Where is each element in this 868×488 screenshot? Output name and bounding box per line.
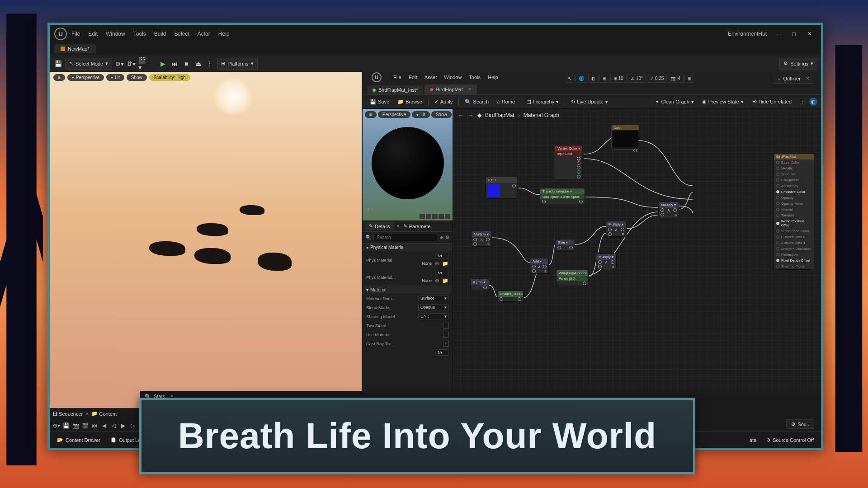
material-instance-tab[interactable]: BirdFlapMat_Inst* bbox=[367, 85, 423, 94]
surface-snap[interactable]: ◐ bbox=[588, 74, 599, 83]
scale-snap[interactable]: ⤢0.25 bbox=[647, 74, 667, 83]
material-tab[interactable]: BirdFlapMat × bbox=[425, 84, 476, 94]
nav-back-icon[interactable]: ← bbox=[458, 112, 464, 119]
parameters-tab[interactable]: ✎Paramete.. bbox=[400, 222, 437, 230]
breadcrumb-asset[interactable]: BirdFlapMat bbox=[485, 112, 514, 118]
material-preview-viewport[interactable]: ≡ Perspective ▾Lit Show ZY X bbox=[363, 109, 453, 221]
angle-snap[interactable]: ∠10° bbox=[627, 74, 646, 83]
play-options-icon[interactable]: ⋮ bbox=[205, 59, 214, 68]
close-icon[interactable]: × bbox=[468, 86, 472, 93]
physmask-type-dropdown[interactable]: N▾ bbox=[435, 270, 449, 276]
seq-step-fwd-icon[interactable]: ▷ bbox=[128, 422, 137, 430]
seq-play-back-icon[interactable]: ◁ bbox=[109, 422, 118, 430]
seq-add-icon[interactable]: ⊕▾ bbox=[52, 422, 61, 430]
content-drawer-button[interactable]: 📂Content Drawer bbox=[53, 436, 104, 444]
multiply-node[interactable]: Multiply ▾ A B bbox=[596, 253, 617, 269]
seq-step-back-icon[interactable]: ◀ bbox=[100, 422, 108, 430]
seq-save-icon[interactable]: 💾 bbox=[62, 422, 70, 430]
browse-asset-icon[interactable]: 📁 bbox=[442, 277, 449, 284]
viewport-hamburger[interactable]: ≡ bbox=[53, 74, 65, 81]
settings-dropdown[interactable]: ⚙ Settings ▾ bbox=[779, 58, 817, 70]
divider-param-node[interactable]: Divider_10000 ▾ bbox=[497, 291, 524, 302]
blend-mode-dropdown[interactable]: Opaque▾ bbox=[418, 304, 449, 310]
constant-vector-node[interactable]: 0,0,1 bbox=[486, 177, 517, 199]
menu-actor[interactable]: Actor bbox=[198, 31, 210, 37]
stop-button[interactable]: ■ bbox=[182, 59, 191, 68]
use-asset-icon[interactable]: ⊚ bbox=[433, 277, 440, 284]
search-button[interactable]: 🔍Search bbox=[461, 98, 492, 106]
minimize-button[interactable]: — bbox=[774, 29, 783, 38]
preview-shape-button[interactable] bbox=[439, 214, 444, 219]
menu-window[interactable]: Window bbox=[106, 31, 125, 37]
save-icon[interactable]: 💾 bbox=[53, 59, 62, 68]
texture-sample-node[interactable]: Color bbox=[611, 125, 639, 150]
close-icon[interactable]: × bbox=[806, 75, 809, 82]
multiply-node[interactable]: Multiply ▾ A B bbox=[658, 202, 679, 217]
multiply-node[interactable]: Multiply ▾ A B bbox=[471, 231, 492, 247]
viewport-show[interactable]: Show bbox=[127, 74, 147, 81]
browse-button[interactable]: 📁Browse bbox=[394, 98, 426, 106]
more-options[interactable]: ⋮ bbox=[796, 98, 808, 106]
extra-dropdown[interactable]: N▾ bbox=[435, 349, 449, 356]
menu-tools[interactable]: Tools bbox=[133, 31, 146, 37]
multiply-node[interactable]: Multiply ▾ A B bbox=[606, 221, 627, 237]
sine-node[interactable]: Sine ▾ bbox=[555, 239, 575, 250]
grid-snap-value[interactable]: ⊞10 bbox=[610, 74, 627, 83]
viewport-scalability[interactable]: Scalability: High bbox=[149, 74, 190, 81]
hide-unrelated-button[interactable]: 👁Hide Unrelated bbox=[748, 98, 795, 106]
mat-menu-asset[interactable]: Asset bbox=[425, 75, 437, 80]
transform-vector-node[interactable]: TransformVector ▾ Local Space to World S… bbox=[540, 188, 585, 204]
seq-play-icon[interactable]: ▶ bbox=[119, 422, 127, 430]
mat-menu-edit[interactable]: Edit bbox=[409, 75, 417, 80]
mat-menu-help[interactable]: Help bbox=[488, 75, 498, 80]
mat-domain-dropdown[interactable]: Surface▾ bbox=[418, 295, 449, 301]
menu-help[interactable]: Help bbox=[218, 31, 230, 37]
cinematics-icon[interactable]: 🎬▾ bbox=[138, 59, 147, 68]
mat-menu-file[interactable]: File bbox=[393, 75, 401, 80]
grid-snap[interactable]: ⊞ bbox=[599, 74, 609, 83]
two-sided-checkbox[interactable] bbox=[443, 323, 449, 328]
save-button[interactable]: 💾Save bbox=[366, 98, 393, 106]
sequencer-tab[interactable]: Sequencer bbox=[59, 411, 83, 417]
preview-state-dropdown[interactable]: ◉Preview State▾ bbox=[698, 98, 747, 106]
seq-skip-back-icon[interactable]: ⏮ bbox=[90, 422, 99, 430]
world-local-toggle[interactable]: 🌐 bbox=[576, 74, 587, 83]
add-node[interactable]: Add ▾ A B bbox=[530, 258, 549, 274]
play-button[interactable]: ▶ bbox=[158, 59, 167, 68]
level-viewport[interactable]: ≡ ▾Perspective ▾Lit Show Scalability: Hi… bbox=[50, 72, 362, 432]
vertex-color-node[interactable]: Vertex Color ▾ Input Data bbox=[555, 145, 583, 179]
menu-build[interactable]: Build bbox=[154, 31, 166, 37]
viewport-perspective[interactable]: ▾Perspective bbox=[67, 74, 104, 81]
platforms-dropdown[interactable]: ⊞ Platforms ▾ bbox=[217, 58, 257, 70]
cast-ray-checkbox[interactable] bbox=[443, 341, 449, 347]
mat-menu-tools[interactable]: Tools bbox=[469, 75, 481, 80]
wingflap-param-node[interactable]: WingFlapAmount ▾ Param (0.5) bbox=[556, 270, 589, 286]
preview-shape-button[interactable] bbox=[420, 214, 425, 219]
apply-button[interactable]: ✔Apply bbox=[431, 98, 457, 106]
nav-fwd-icon[interactable]: → bbox=[467, 112, 474, 119]
details-tab[interactable]: ✎Details bbox=[365, 222, 394, 230]
physmat-section-header[interactable]: ▾ Physical Material bbox=[363, 244, 453, 251]
gear-icon[interactable]: ⚙ bbox=[445, 234, 450, 241]
transform-widget[interactable]: ↖ bbox=[565, 74, 575, 83]
use-asset-icon[interactable]: ⊚ bbox=[433, 260, 440, 267]
use-mat-checkbox[interactable] bbox=[443, 332, 449, 338]
preview-shape-button[interactable] bbox=[426, 214, 431, 219]
seq-camera-icon[interactable]: 📷 bbox=[71, 422, 80, 430]
preview-hamburger[interactable]: ≡ bbox=[365, 111, 377, 118]
menu-select[interactable]: Select bbox=[174, 31, 189, 37]
clean-graph-dropdown[interactable]: ✦Clean Graph▾ bbox=[651, 98, 697, 106]
select-mode-dropdown[interactable]: ↖ Select Mode ▾ bbox=[65, 58, 112, 70]
material-section-header[interactable]: ▾ Material bbox=[363, 286, 453, 294]
add-content-icon[interactable]: ⊕▾ bbox=[115, 59, 124, 68]
close-icon[interactable]: × bbox=[85, 411, 89, 417]
mat-menu-window[interactable]: Window bbox=[444, 75, 462, 80]
preview-show[interactable]: Show bbox=[431, 111, 452, 118]
outliner-tab[interactable]: ≡ Outliner × bbox=[773, 74, 814, 84]
browse-asset-icon[interactable]: 📁 bbox=[442, 260, 449, 267]
camera-speed[interactable]: 📷4 bbox=[668, 74, 684, 83]
maximize-button[interactable]: ◻ bbox=[789, 29, 798, 38]
close-button[interactable]: ✕ bbox=[805, 29, 814, 38]
constant-node[interactable]: K ( 0 ) ▾ bbox=[470, 279, 489, 290]
marketplace-icon[interactable]: ⇵▾ bbox=[127, 59, 136, 68]
